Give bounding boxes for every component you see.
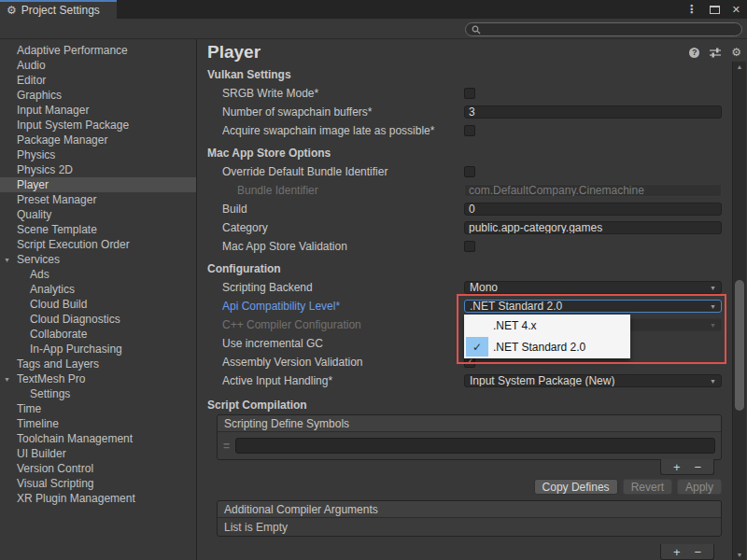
setting-label: Build — [222, 203, 464, 216]
additional-compiler-arguments-list: Additional Compiler Arguments List is Em… — [217, 500, 722, 537]
sidebar-item-audio[interactable]: Audio — [0, 58, 196, 73]
scroll-up-icon[interactable]: ▲ — [733, 63, 746, 70]
setting-label: Acquire swapchain image late as possible… — [222, 124, 464, 137]
sidebar-item-xr-plugin-management[interactable]: XR Plugin Management — [0, 491, 196, 506]
sidebar-item-label: Cloud Diagnostics — [30, 313, 120, 326]
popup-item-label: .NET Standard 2.0 — [493, 341, 585, 354]
drag-handle-icon[interactable]: = — [223, 440, 230, 453]
add-icon[interactable]: + — [673, 546, 681, 558]
sidebar-item-package-manager[interactable]: Package Manager — [0, 133, 196, 147]
sidebar-item-ads[interactable]: Ads — [0, 267, 196, 282]
sidebar-item-visual-scripting[interactable]: Visual Scripting — [0, 476, 196, 491]
sidebar-item-time[interactable]: Time — [0, 401, 196, 416]
setting-row-build: Build0 — [198, 200, 732, 218]
sidebar-item-label: XR Plugin Management — [17, 492, 135, 505]
sidebar-item-label: Physics 2D — [17, 163, 73, 176]
setting-label: SRGB Write Mode* — [222, 87, 464, 100]
sidebar-item-label: Settings — [30, 387, 70, 400]
field-category[interactable]: public.app-category.games — [464, 221, 722, 234]
sidebar-item-textmesh-pro[interactable]: ▼TextMesh Pro — [0, 371, 196, 386]
popup-item-net-4-x[interactable]: .NET 4.x — [464, 315, 630, 336]
setting-row-scripting-backend: Scripting BackendMono▼ — [198, 278, 732, 297]
sidebar-item-player[interactable]: Player — [0, 177, 196, 192]
sidebar-item-tags-and-layers[interactable]: Tags and Layers — [0, 357, 196, 371]
sidebar-item-editor[interactable]: Editor — [0, 73, 196, 88]
checkbox-override-default-bundle-identifier[interactable] — [464, 166, 475, 177]
close-icon[interactable]: ✕ — [732, 4, 740, 16]
sidebar-item-quality[interactable]: Quality — [0, 207, 196, 222]
sidebar-item-label: Package Manager — [17, 133, 107, 147]
setting-row-category: Categorypublic.app-category.games — [198, 218, 732, 237]
dropdown-value: Input System Package (New) — [470, 374, 614, 387]
apply-button[interactable]: Apply — [677, 479, 722, 495]
setting-row-number-of-swapchain-buffers: Number of swapchain buffers*3 — [198, 103, 732, 121]
tab-project-settings[interactable]: ⚙ Project Settings — [0, 0, 117, 19]
popup-item-label: .NET 4.x — [493, 319, 536, 332]
sidebar-item-adaptive-performance[interactable]: Adaptive Performance — [0, 43, 196, 58]
search-input[interactable] — [485, 24, 736, 35]
presets-icon[interactable] — [709, 47, 722, 58]
dropdown-scripting-backend[interactable]: Mono▼ — [464, 281, 722, 294]
setting-row-acquire-swapchain-image-late-as-possible: Acquire swapchain image late as possible… — [198, 121, 732, 140]
sidebar-item-input-system-package[interactable]: Input System Package — [0, 118, 196, 133]
remove-icon[interactable]: − — [695, 461, 702, 473]
sidebar-item-physics-2d[interactable]: Physics 2D — [0, 162, 196, 177]
sidebar-item-analytics[interactable]: Analytics — [0, 282, 196, 297]
sidebar-item-label: Analytics — [30, 283, 75, 296]
sidebar-item-cloud-diagnostics[interactable]: Cloud Diagnostics — [0, 312, 196, 327]
sidebar-item-physics[interactable]: Physics — [0, 147, 196, 162]
sidebar-item-preset-manager[interactable]: Preset Manager — [0, 192, 196, 207]
sidebar-item-version-control[interactable]: Version Control — [0, 461, 196, 476]
list-add-remove-box: + − — [660, 459, 714, 475]
sidebar-item-label: Script Execution Order — [17, 238, 130, 251]
sidebar-item-script-execution-order[interactable]: Script Execution Order — [0, 237, 196, 252]
scrollbar-thumb[interactable] — [735, 280, 744, 411]
chevron-down-icon: ▼ — [710, 285, 716, 291]
checkbox-mac-app-store-validation[interactable] — [464, 241, 475, 252]
dropdown-value: Mono — [470, 281, 498, 294]
define-symbol-input[interactable] — [236, 439, 714, 453]
add-icon[interactable]: + — [673, 461, 681, 473]
setting-label: Assembly Version Validation — [222, 356, 464, 369]
sidebar-item-label: Cloud Build — [30, 298, 87, 311]
setting-label: C++ Compiler Configuration — [222, 318, 464, 331]
scroll-down-icon[interactable]: ▼ — [733, 552, 746, 558]
checkbox-acquire-swapchain-image-late-as-possible[interactable] — [464, 125, 475, 136]
sidebar-item-toolchain-management[interactable]: Toolchain Management — [0, 431, 196, 446]
check-icon: ✓ — [466, 337, 488, 357]
sidebar-item-collaborate[interactable]: Collaborate — [0, 327, 196, 342]
field-build[interactable]: 0 — [464, 203, 722, 216]
popup-item-net-standard-2-0[interactable]: ✓.NET Standard 2.0 — [464, 336, 630, 357]
sidebar-item-label: Editor — [17, 74, 46, 87]
vertical-scrollbar[interactable]: ▲ ▼ — [732, 62, 746, 560]
setting-row-mac-app-store-validation: Mac App Store Validation — [198, 237, 732, 256]
window-menu-icon[interactable]: ⋮ — [686, 3, 698, 16]
checkbox-srgb-write-mode[interactable] — [464, 88, 475, 99]
dropdown-api-compatibility-level[interactable]: .NET Standard 2.0▼ — [464, 300, 722, 313]
define-symbol-field[interactable] — [235, 438, 715, 454]
gear-icon[interactable]: ⚙ — [731, 47, 741, 58]
expander-open-icon[interactable]: ▼ — [4, 257, 10, 263]
sidebar-item-services[interactable]: ▼Services — [0, 252, 196, 267]
help-icon[interactable]: ? — [689, 48, 699, 58]
sidebar-item-scene-template[interactable]: Scene Template — [0, 222, 196, 237]
search-box[interactable] — [465, 22, 742, 36]
expander-open-icon[interactable]: ▼ — [4, 376, 10, 383]
sidebar-item-in-app-purchasing[interactable]: In-App Purchasing — [0, 342, 196, 357]
copy-defines-button[interactable]: Copy Defines — [534, 479, 618, 495]
remove-icon[interactable]: − — [695, 546, 702, 558]
field-value: public.app-category.games — [469, 221, 602, 234]
setting-label: Number of swapchain buffers* — [222, 105, 464, 119]
sidebar-item-timeline[interactable]: Timeline — [0, 416, 196, 431]
sidebar-item-ui-builder[interactable]: UI Builder — [0, 446, 196, 461]
sidebar-item-input-manager[interactable]: Input Manager — [0, 103, 196, 118]
sidebar-item-cloud-build[interactable]: Cloud Build — [0, 297, 196, 312]
maximize-icon[interactable] — [710, 6, 720, 14]
sidebar-item-graphics[interactable]: Graphics — [0, 88, 196, 103]
sidebar-item-settings[interactable]: Settings — [0, 386, 196, 401]
revert-button[interactable]: Revert — [623, 479, 672, 495]
search-icon — [472, 25, 481, 35]
dropdown-active-input-handling[interactable]: Input System Package (New)▼ — [464, 374, 722, 387]
field-number-of-swapchain-buffers[interactable]: 3 — [464, 105, 722, 119]
settings-sidebar: Adaptive PerformanceAudioEditorGraphicsI… — [0, 39, 197, 560]
